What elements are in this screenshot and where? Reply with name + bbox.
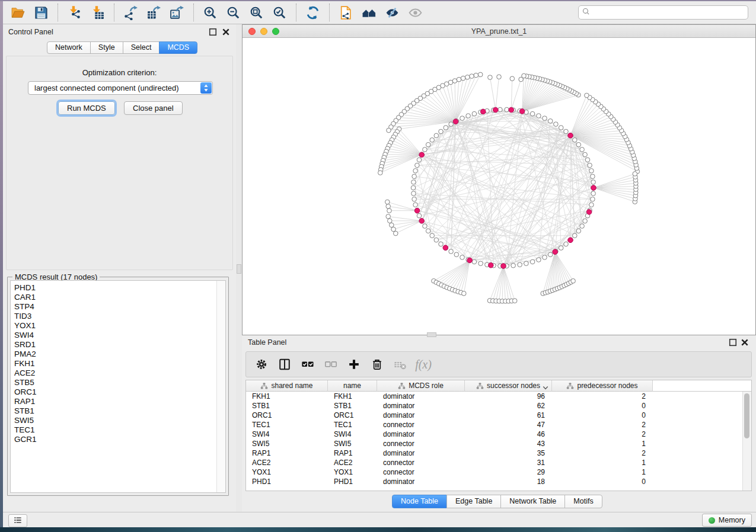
table-cell[interactable]: RAP1 — [328, 448, 377, 458]
table-cell[interactable]: RAP1 — [246, 448, 328, 458]
hide-selected-button[interactable] — [382, 4, 402, 22]
table-cell[interactable]: 2 — [552, 448, 653, 458]
table-cell[interactable]: dominator — [377, 477, 465, 486]
import-table-button[interactable] — [88, 4, 107, 22]
table-cell[interactable]: 35 — [465, 448, 552, 458]
table-row[interactable]: YOX1YOX1connector291 — [246, 467, 743, 477]
first-neighbors-button[interactable] — [359, 4, 379, 22]
table-row[interactable]: ORC1ORC1dominator610 — [246, 411, 743, 420]
table-cell[interactable]: dominator — [377, 448, 465, 458]
table-row[interactable]: TEC1TEC1connector472 — [246, 420, 743, 430]
tab-select[interactable]: Select — [123, 41, 160, 54]
mcds-list-scrollbar[interactable] — [216, 281, 225, 492]
mcds-list-item[interactable]: TID3 — [14, 312, 213, 321]
network-canvas[interactable] — [243, 38, 755, 335]
close-panel-icon-button[interactable] — [222, 28, 230, 36]
column-header-MCDS-role[interactable]: MCDS role — [377, 380, 465, 392]
network-graph[interactable] — [243, 38, 755, 335]
table-cell[interactable]: dominator — [377, 401, 465, 411]
table-row[interactable]: RAP1RAP1dominator352 — [246, 448, 743, 458]
search-input[interactable] — [591, 7, 748, 18]
table-cell[interactable]: 2 — [552, 430, 653, 439]
run-mcds-button[interactable]: Run MCDS — [58, 101, 115, 115]
export-image-button[interactable] — [167, 4, 187, 22]
column-layout-button[interactable] — [277, 357, 292, 371]
column-header-successor-nodes[interactable]: successor nodes — [465, 380, 552, 392]
table-cell[interactable]: 29 — [465, 467, 552, 477]
vertical-splitter[interactable] — [236, 24, 242, 512]
table-cell[interactable]: 18 — [465, 477, 552, 486]
table-row[interactable]: STB1STB1dominator620 — [246, 401, 743, 411]
tab-motifs[interactable]: Motifs — [564, 495, 602, 508]
table-scrollbar-thumb[interactable] — [744, 393, 749, 438]
task-history-button[interactable] — [8, 514, 27, 527]
table-cell[interactable]: FKH1 — [328, 392, 377, 401]
mcds-list-item[interactable]: PHD1 — [14, 283, 213, 293]
float-table-panel-button[interactable] — [729, 338, 737, 347]
table-cell[interactable]: TEC1 — [246, 420, 328, 430]
table-cell[interactable]: SWI4 — [246, 430, 328, 439]
table-row[interactable]: ACE2ACE2connector311 — [246, 458, 743, 467]
table-cell[interactable]: 0 — [552, 477, 653, 486]
table-cell[interactable]: PHD1 — [246, 477, 328, 486]
zoom-selected-button[interactable] — [270, 4, 289, 22]
table-cell[interactable]: 0 — [552, 401, 653, 411]
save-session-button[interactable] — [31, 4, 51, 22]
tab-style[interactable]: Style — [90, 41, 123, 54]
table-row[interactable]: SWI5SWI5connector431 — [246, 439, 743, 448]
table-cell[interactable]: ORC1 — [328, 411, 377, 420]
table-cell[interactable]: 47 — [465, 420, 552, 430]
table-cell[interactable]: 96 — [465, 392, 552, 401]
table-cell[interactable]: 46 — [465, 430, 552, 439]
memory-button[interactable]: Memory — [702, 514, 752, 527]
table-cell[interactable]: SWI5 — [246, 439, 328, 448]
table-cell[interactable]: connector — [377, 458, 465, 467]
mcds-list-item[interactable]: STB1 — [14, 406, 213, 416]
network-window-titlebar[interactable]: YPA_prune.txt_1 — [243, 25, 755, 38]
table-cell[interactable]: 61 — [465, 411, 552, 420]
table-row[interactable]: PHD1PHD1dominator180 — [246, 477, 743, 486]
mcds-list-item[interactable]: PMA2 — [14, 350, 213, 359]
table-cell[interactable]: 62 — [465, 401, 552, 411]
close-table-panel-button[interactable] — [741, 338, 749, 347]
table-cell[interactable]: 43 — [465, 439, 552, 448]
table-cell[interactable]: SWI5 — [328, 439, 377, 448]
mcds-list-item[interactable]: SWI4 — [14, 331, 213, 340]
table-cell[interactable]: ACE2 — [328, 458, 377, 467]
table-cell[interactable]: 1 — [552, 458, 653, 467]
tab-edge-table[interactable]: Edge Table — [446, 495, 501, 508]
mcds-result-list[interactable]: PHD1CAR1STP4TID3YOX1SWI4SRD1PMA2FKH1ACE2… — [10, 280, 226, 493]
table-cell[interactable]: connector — [377, 420, 465, 430]
table-cell[interactable]: 2 — [552, 420, 653, 430]
table-row[interactable]: SWI4SWI4dominator462 — [246, 430, 743, 439]
mcds-list-item[interactable]: SRD1 — [14, 340, 213, 350]
table-cell[interactable]: ORC1 — [246, 411, 328, 420]
table-cell[interactable]: 0 — [552, 411, 653, 420]
add-column-button[interactable] — [347, 357, 361, 371]
mcds-list-item[interactable]: CAR1 — [14, 293, 213, 302]
table-cell[interactable]: SWI4 — [328, 430, 377, 439]
table-cell[interactable]: ACE2 — [246, 458, 328, 467]
select-all-button[interactable] — [301, 357, 315, 371]
table-cell[interactable]: YOX1 — [246, 467, 328, 477]
table-cell[interactable]: 1 — [552, 439, 653, 448]
close-mcds-panel-button[interactable]: Close panel — [124, 101, 183, 115]
mcds-list-item[interactable]: GCR1 — [14, 435, 213, 444]
table-cell[interactable]: connector — [377, 439, 465, 448]
tab-node-table[interactable]: Node Table — [392, 495, 447, 508]
column-header-predecessor-nodes[interactable]: predecessor nodes — [552, 380, 653, 392]
open-file-button[interactable] — [8, 4, 28, 22]
tab-network-table[interactable]: Network Table — [500, 495, 565, 508]
table-cell[interactable]: PHD1 — [328, 477, 377, 486]
tab-mcds[interactable]: MCDS — [159, 41, 197, 54]
mcds-list-item[interactable]: RAP1 — [14, 397, 213, 406]
apply-layout-button[interactable] — [303, 4, 323, 22]
show-all-button[interactable] — [406, 4, 425, 22]
column-header-name[interactable]: name — [328, 380, 377, 392]
float-panel-button[interactable] — [209, 28, 217, 36]
mcds-list-item[interactable]: SWI5 — [14, 416, 213, 425]
mcds-list-item[interactable]: ORC1 — [14, 387, 213, 397]
mcds-list-item[interactable]: FKH1 — [14, 359, 213, 368]
table-cell[interactable]: STB1 — [328, 401, 377, 411]
table-settings-button[interactable] — [254, 357, 269, 371]
